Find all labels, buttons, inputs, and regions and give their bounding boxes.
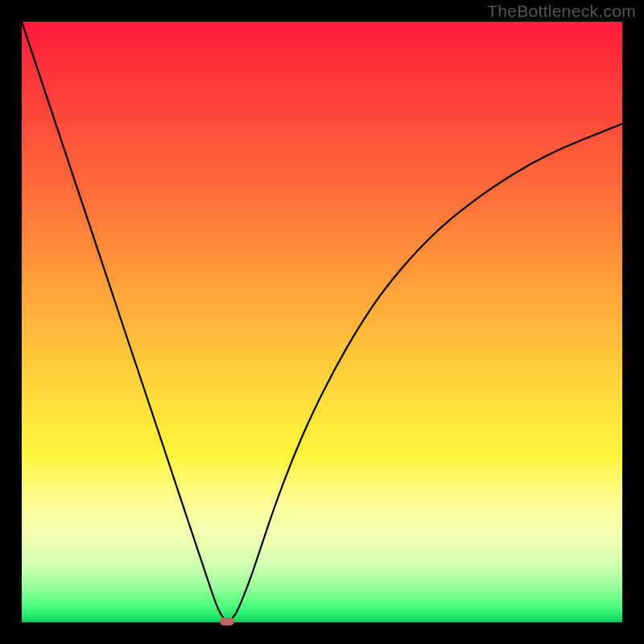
watermark-text: TheBottleneck.com: [487, 2, 636, 21]
chart-frame: TheBottleneck.com: [0, 0, 644, 644]
minimum-marker: [220, 617, 234, 625]
bottleneck-curve: [22, 22, 622, 622]
plot-area: [22, 22, 622, 622]
